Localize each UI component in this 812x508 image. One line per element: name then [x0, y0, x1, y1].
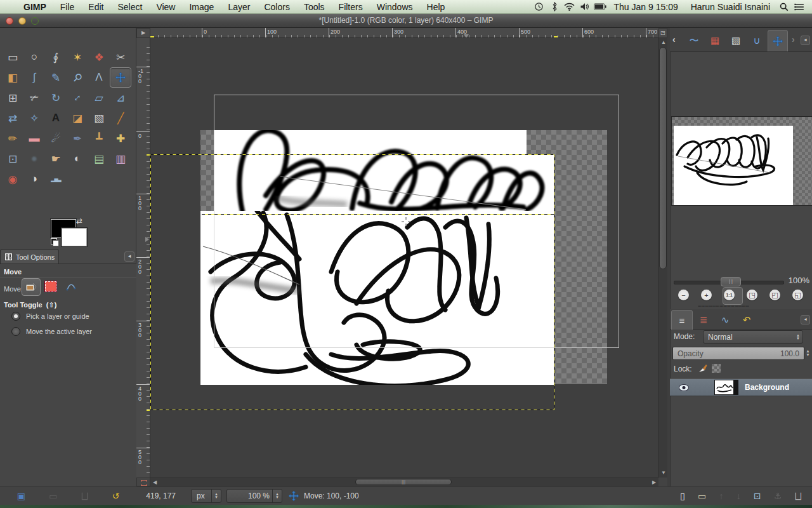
quick-mask-toggle[interactable] — [136, 478, 150, 486]
vertical-scrollbar-thumb[interactable] — [659, 47, 667, 269]
volume-icon[interactable] — [579, 2, 591, 12]
tool-measure[interactable]: Λ — [88, 67, 110, 88]
tab-gradients[interactable]: ▧ — [726, 30, 746, 51]
zoom-fit-window-button[interactable]: ◰ — [769, 290, 780, 300]
tool-options-tab[interactable]: Tool Options — [0, 249, 59, 264]
time-machine-icon[interactable] — [533, 2, 546, 12]
spotlight-search-icon[interactable] — [778, 2, 790, 12]
reset-options-button[interactable]: ↺ — [112, 491, 120, 501]
zoom-spin-arrows[interactable]: ▲▼ — [272, 490, 282, 502]
zoom-out-button[interactable]: − — [678, 290, 689, 300]
tool-heal[interactable]: ✚ — [110, 128, 131, 149]
option-move-active-layer[interactable]: Move the active layer — [11, 326, 92, 337]
tool-crop[interactable]: ✃ — [23, 88, 45, 108]
tool-levels-dialog[interactable]: ▤ — [88, 149, 110, 169]
ruler-origin-button[interactable]: ▶ — [136, 28, 150, 38]
menu-gimp[interactable]: GIMP — [16, 0, 53, 14]
horizontal-scrollbar-thumb[interactable]: ||| — [355, 479, 452, 485]
navigation-preview[interactable] — [671, 116, 812, 206]
tool-curves-dialog[interactable]: ▥ — [110, 149, 131, 169]
tool-ellipse-select[interactable]: ○ — [23, 47, 45, 67]
layer-visible-eye-icon[interactable] — [679, 384, 689, 391]
collapse-layers-dock-button[interactable]: ◂ — [801, 315, 810, 324]
opacity-spin-arrows[interactable]: ▲▼ — [806, 349, 810, 357]
tool-clone[interactable]: ┻ — [88, 128, 110, 149]
option-pick-layer-or-guide[interactable]: Pick a layer or guide — [11, 311, 89, 321]
zoom-spinbox[interactable]: 100 % ▲▼ — [226, 489, 282, 503]
notification-center-icon[interactable] — [793, 2, 806, 12]
vertical-ruler[interactable]: -1000100200300400500 — [136, 38, 150, 478]
tool-scale[interactable]: ↕ — [67, 88, 88, 108]
tool-paintbrush[interactable]: ╱ — [110, 108, 131, 128]
layer-row-background[interactable]: Background — [670, 378, 812, 396]
save-options-button[interactable]: ▣ — [17, 491, 25, 501]
tab-channels[interactable]: ≣ — [693, 310, 714, 330]
tool-dodge-burn[interactable]: ◐ — [67, 149, 88, 169]
tool-brightness-contrast[interactable]: ◑ — [23, 169, 45, 189]
menu-select[interactable]: Select — [110, 0, 149, 14]
zoom-fit-image-button[interactable]: ◳ — [747, 290, 757, 300]
mode-dropdown[interactable]: Normal ▲▼ — [703, 330, 803, 344]
new-layer-button[interactable]: ▯ — [680, 491, 685, 501]
menu-layer[interactable]: Layer — [221, 0, 257, 14]
tab-layers[interactable]: ≡ — [671, 310, 693, 330]
canvas-viewport[interactable] — [150, 38, 658, 478]
tool-fuzzy-select[interactable]: ✶ — [67, 47, 88, 67]
radio-icon[interactable] — [11, 327, 20, 336]
menu-help[interactable]: Help — [420, 0, 452, 14]
scroll-up-arrow[interactable]: ▲ — [661, 39, 666, 45]
tool-text[interactable]: A — [45, 108, 67, 128]
tool-color-picker[interactable]: ✎ — [45, 67, 67, 88]
tool-perspective[interactable]: ⊿ — [110, 88, 131, 108]
delete-layer-button[interactable]: ⨆ — [795, 491, 802, 502]
radio-selected-icon[interactable] — [11, 312, 20, 321]
unit-dropdown[interactable]: px ▲▼ — [191, 489, 221, 503]
tool-eraser[interactable]: ▬ — [23, 128, 45, 149]
battery-icon[interactable] — [594, 2, 606, 12]
tab-scroll-left-icon[interactable]: ‹ — [672, 34, 676, 44]
lock-alpha-icon[interactable] — [712, 364, 721, 373]
tool-color-balance[interactable]: ◉ — [2, 169, 23, 189]
unit-dropdown-arrows[interactable]: ▲▼ — [211, 490, 221, 502]
tab-patterns[interactable]: ▦ — [705, 30, 725, 51]
lock-pixels-icon[interactable] — [698, 363, 708, 373]
bluetooth-icon[interactable] — [548, 2, 561, 12]
dock-drag-handle[interactable]: ┅┅┅┅┅┅┅┅┅┅┅┅┅┅ — [698, 305, 774, 308]
menu-image[interactable]: Image — [182, 0, 221, 14]
gimp-window-title-bar[interactable]: *[Untitled]-1.0 (RGB color, 1 layer) 640… — [0, 14, 812, 28]
collapse-dock-button[interactable]: ◂ — [801, 36, 810, 45]
tab-undo-history[interactable]: ↶ — [736, 310, 757, 330]
tool-shear[interactable]: ▱ — [88, 88, 110, 108]
scroll-down-arrow[interactable]: ▼ — [661, 470, 666, 476]
menu-file[interactable]: File — [53, 0, 82, 14]
tool-cage-transform[interactable]: ✧ — [23, 108, 45, 128]
close-window-button[interactable] — [6, 17, 13, 25]
lower-layer-button[interactable]: ↓ — [737, 491, 741, 501]
menu-bar-clock[interactable]: Thu Jan 9 15:09 — [609, 2, 683, 12]
zoom-follow-window-toggle[interactable]: ◳ — [658, 28, 667, 38]
tab-tools[interactable]: ∪ — [747, 30, 767, 51]
move-selection-button[interactable] — [42, 278, 60, 295]
swap-colors-icon[interactable]: ⇄ — [76, 217, 82, 225]
zoom-window-button[interactable] — [31, 17, 39, 25]
restore-options-button[interactable]: ▭ — [49, 491, 57, 501]
zoom-slider-handle[interactable]: | | — [721, 277, 741, 286]
tool-foreground-select[interactable]: ◧ — [2, 67, 23, 88]
zoom-shrink-wrap-button[interactable]: ◱ — [792, 290, 803, 300]
tool-rectangle-select[interactable]: ▭ — [2, 47, 23, 67]
collapse-tool-options-button[interactable]: ◂ — [124, 251, 134, 262]
delete-options-button[interactable]: ⨆ — [81, 491, 88, 502]
menu-edit[interactable]: Edit — [81, 0, 110, 14]
menu-bar-user[interactable]: Harun Suaidi Isnaini — [686, 2, 775, 12]
tool-ink[interactable]: ✒ — [67, 128, 88, 149]
tool-select-by-color[interactable]: ❖ — [88, 47, 110, 67]
tool-zoom[interactable]: ⚲ — [67, 67, 88, 88]
move-layer-button[interactable] — [22, 278, 41, 296]
tab-brushes[interactable]: 〜 — [684, 30, 704, 51]
tool-align[interactable]: ⊞ — [2, 88, 23, 108]
raise-layer-button[interactable]: ↑ — [719, 491, 724, 501]
tool-free-select[interactable]: ∮ — [45, 47, 67, 67]
tool-rotate[interactable]: ↻ — [45, 88, 67, 108]
scroll-right-arrow[interactable]: ▶ — [652, 479, 656, 485]
scroll-left-arrow[interactable]: ◀ — [153, 479, 157, 485]
